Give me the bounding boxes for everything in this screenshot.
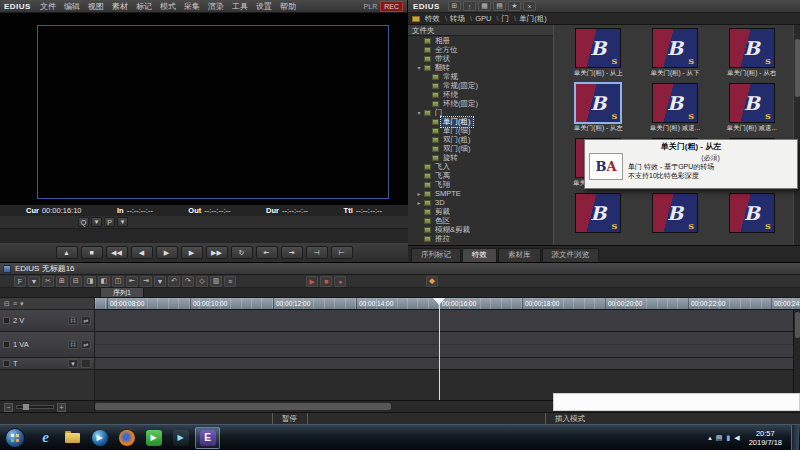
effect-thumbnail-image[interactable]: B S xyxy=(730,194,774,232)
effect-thumbnail[interactable]: B S 单关门(粗) 减速... xyxy=(639,84,712,133)
tree-item[interactable]: 常规(固定) xyxy=(408,81,553,90)
tree-item[interactable]: 全方位 xyxy=(408,45,553,54)
tree-expander-icon[interactable]: ▸ xyxy=(416,199,422,206)
zoom-out-icon[interactable]: − xyxy=(4,403,13,412)
effect-thumbnail[interactable]: B S xyxy=(715,194,788,234)
tree-item[interactable]: ▸ SMPTE xyxy=(408,189,553,198)
explorer-icon[interactable] xyxy=(60,427,85,449)
effect-thumbnail-image[interactable]: B S xyxy=(576,194,620,232)
marker-q-menu-icon[interactable]: ▾ xyxy=(91,217,102,227)
tree-item[interactable]: 剪裁 xyxy=(408,207,553,216)
collapse-tracks-icon[interactable]: ⊟ xyxy=(4,300,10,308)
scrollbar-thumb[interactable] xyxy=(95,403,391,410)
track-pin-icon[interactable]: 日 xyxy=(68,316,78,325)
settings-icon[interactable]: ≡ xyxy=(224,276,236,287)
ripple-mode-icon[interactable]: ◫ xyxy=(112,276,124,287)
set-in-icon[interactable]: ⇤ xyxy=(256,246,278,259)
breadcrumb-item[interactable]: 特效 xyxy=(424,14,441,24)
menu-item[interactable]: 文件 xyxy=(36,1,60,12)
start-button[interactable] xyxy=(5,428,25,448)
record-icon[interactable]: ● xyxy=(334,276,346,287)
menu-item[interactable]: 工具 xyxy=(228,1,252,12)
track-list-icon[interactable]: ≡ xyxy=(13,300,17,307)
playhead-marker[interactable] xyxy=(433,298,445,305)
zoom-slider-thumb[interactable] xyxy=(23,404,29,410)
tree-item[interactable]: 色区 xyxy=(408,216,553,225)
tree-item[interactable]: 相册 xyxy=(408,36,553,45)
cut-icon[interactable]: ✂ xyxy=(42,276,54,287)
track-lane[interactable] xyxy=(95,310,800,332)
new-folder-icon[interactable]: ⊞ xyxy=(448,1,461,11)
menu-item[interactable]: 采集 xyxy=(180,1,204,12)
timeline-menu-icon[interactable]: ▼ xyxy=(28,276,40,287)
prev-frame-icon[interactable]: ◀ xyxy=(131,246,153,259)
tree-item[interactable]: 环绕 xyxy=(408,90,553,99)
tree-item[interactable]: 模糊&剪裁 xyxy=(408,225,553,234)
playhead-line[interactable] xyxy=(439,302,440,400)
marker-q-icon[interactable]: Q xyxy=(78,217,89,227)
track-pin-icon[interactable]: 日 xyxy=(68,340,78,349)
tree-item[interactable]: ▾ 门 xyxy=(408,108,553,117)
snap-icon[interactable]: ◇ xyxy=(196,276,208,287)
eject-icon[interactable]: ▲ xyxy=(56,246,78,259)
tree-item[interactable]: 环绕(固定) xyxy=(408,99,553,108)
marker-p-icon[interactable]: P xyxy=(104,217,115,227)
effect-thumbnail[interactable]: B S 单关门(粗) - 从上 xyxy=(562,29,635,78)
breadcrumb-item[interactable]: 转场 xyxy=(441,14,466,24)
palette-tab[interactable]: 序列标记 xyxy=(411,248,461,262)
effect-thumbnail[interactable]: B S 单关门(粗) - 从下 xyxy=(639,29,712,78)
tree-item[interactable]: 单门(粗) xyxy=(408,117,553,126)
menu-item[interactable]: 模式 xyxy=(156,1,180,12)
breadcrumb-item[interactable]: GPU xyxy=(466,14,492,24)
effect-thumbnail-image[interactable]: B S xyxy=(576,84,620,122)
timeline-ruler[interactable]: 00:00:08:0000:00:10:0000:00:12:0000:00:1… xyxy=(95,298,800,310)
fast-forward-icon[interactable]: ▶▶ xyxy=(206,246,228,259)
effect-thumbnail[interactable]: B S 单关门(粗) - 从右 xyxy=(715,29,788,78)
tree-expander-icon[interactable]: ▸ xyxy=(416,190,422,197)
zoom-slider[interactable] xyxy=(16,405,54,409)
track-expand-icon[interactable] xyxy=(81,359,91,368)
set-out-icon[interactable]: ⇥ xyxy=(281,246,303,259)
overwrite-mode-icon[interactable]: ◧ xyxy=(98,276,110,287)
stop-icon[interactable]: ■ xyxy=(81,246,103,259)
tree-expander-icon[interactable]: ▾ xyxy=(416,64,422,71)
menu-item[interactable]: 设置 xyxy=(252,1,276,12)
menu-item[interactable]: 视图 xyxy=(84,1,108,12)
effect-thumbnail[interactable]: B S 单关门(粗) 减速... xyxy=(715,84,788,133)
tree-item[interactable]: 飞离 xyxy=(408,171,553,180)
delete-icon[interactable]: × xyxy=(523,1,536,11)
tree-item[interactable]: 带状 xyxy=(408,54,553,63)
track-lane[interactable] xyxy=(95,358,800,370)
hidden-icons-icon[interactable]: ▴ xyxy=(708,434,712,442)
firefox-icon[interactable] xyxy=(114,427,139,449)
effect-thumbnail-image[interactable]: B S xyxy=(653,29,697,67)
effect-thumbnail-image[interactable]: B S xyxy=(576,29,620,67)
mixer-icon[interactable]: ▥ xyxy=(210,276,222,287)
media-player-icon[interactable]: ▶ xyxy=(87,427,112,449)
add-clip-icon[interactable]: ⊞ xyxy=(56,276,68,287)
tree-item[interactable]: 常规 xyxy=(408,72,553,81)
effects-scrollbar[interactable] xyxy=(793,25,800,245)
track-lanes[interactable] xyxy=(95,310,800,400)
taskbar-clock[interactable]: 20:57 2019/7/18 xyxy=(744,429,787,447)
breadcrumb-item[interactable]: 门 xyxy=(492,14,510,24)
track-mute-icon[interactable] xyxy=(3,317,10,324)
action-center-icon[interactable]: ▤ xyxy=(716,434,723,442)
track-header-1va[interactable]: 1 VA 日 ⇄ xyxy=(0,332,94,358)
tree-item[interactable]: 飞翔 xyxy=(408,180,553,189)
track-header-2v[interactable]: 2 V 日 ⇄ xyxy=(0,310,94,332)
view-list-icon[interactable]: ▤ xyxy=(493,1,506,11)
palette-tab[interactable]: 特效 xyxy=(462,248,497,262)
set-out-icon[interactable]: ⇥ xyxy=(140,276,152,287)
effect-thumbnail[interactable]: B S xyxy=(562,194,635,234)
track-mute-icon[interactable] xyxy=(3,341,10,348)
track-mute-icon[interactable] xyxy=(3,360,10,367)
play-icon[interactable]: ▶ xyxy=(156,246,178,259)
network-icon[interactable]: ▮ xyxy=(726,434,730,442)
track-lane[interactable] xyxy=(95,332,800,358)
menu-item[interactable]: 渲染 xyxy=(204,1,228,12)
insert-mode-icon[interactable]: ◨ xyxy=(84,276,96,287)
timeline-vertical-scrollbar[interactable] xyxy=(793,310,800,400)
track-expand-icon[interactable]: ⇄ xyxy=(81,340,91,349)
rewind-icon[interactable]: ◀◀ xyxy=(106,246,128,259)
